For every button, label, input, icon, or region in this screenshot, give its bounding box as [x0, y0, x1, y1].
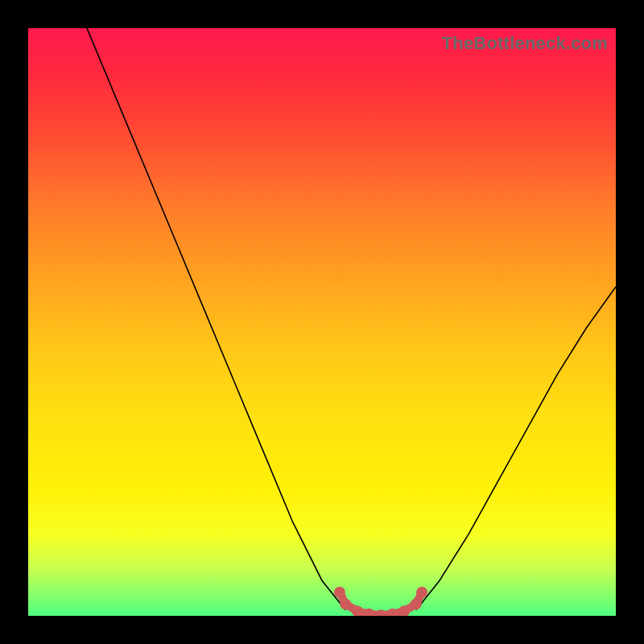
- valley-dot: [411, 598, 422, 609]
- chart-svg: [28, 28, 616, 616]
- chart-frame: TheBottleneck.com: [0, 0, 644, 644]
- valley-dot: [334, 587, 345, 598]
- left-curve: [87, 28, 345, 610]
- chart-plot-area: TheBottleneck.com: [28, 28, 616, 616]
- valley-dot: [340, 598, 351, 609]
- right-curve: [416, 287, 616, 610]
- valley-dot: [375, 609, 386, 616]
- valley-dot: [416, 587, 427, 598]
- valley-highlight-dots: [334, 587, 427, 616]
